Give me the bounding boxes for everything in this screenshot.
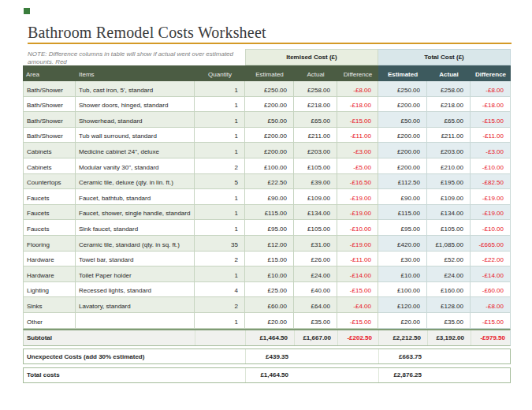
cell-t_act[interactable]: £35.00 [427,313,471,329]
cell-t_est[interactable]: £112.50 [378,174,427,190]
cell-i_est[interactable]: £95.00 [245,220,294,236]
cell-t_act[interactable]: £109.00 [427,189,471,205]
cell-area[interactable]: Countertops [23,174,76,190]
cell-t_diff[interactable]: -£10.00 [471,220,511,236]
cell-t_est[interactable]: £90.00 [378,189,427,205]
cell-i_est[interactable]: £22.50 [245,174,294,190]
cell-qty[interactable]: 1 [195,220,245,236]
cell-i_est[interactable]: £250.00 [245,81,294,97]
cell-i_diff[interactable]: -£15.00 [337,112,378,128]
cell-i_est[interactable]: £200.00 [245,97,294,113]
cell-area[interactable]: Cabinets [23,158,76,174]
cell-i_diff[interactable]: -£15.00 [337,313,378,329]
cell-t_diff[interactable]: -£18.00 [471,97,511,113]
cell-t_act[interactable]: £195.00 [427,174,471,190]
cell-t_diff[interactable]: -£19.00 [471,205,511,221]
cell-t_act[interactable]: £52.00 [427,252,471,267]
cell-qty[interactable]: 35 [195,236,245,252]
cell-t_est[interactable]: £95.00 [378,220,427,236]
cell-i_act[interactable]: £211.00 [294,128,337,144]
cell-area[interactable]: Hardware [23,252,76,267]
cell-i_act[interactable]: £64.00 [294,297,337,313]
cell-i_est[interactable]: £60.00 [245,297,294,313]
cell-t_act[interactable]: £1,085.00 [427,236,471,252]
cell-i_act[interactable]: £24.00 [294,266,337,282]
cell-t_act[interactable]: £211.00 [427,128,471,144]
cell-t_act[interactable]: £128.00 [427,297,471,313]
cell-item[interactable]: Ceramic tile, deluxe (qty. in lin. ft.) [76,174,195,190]
cell-t_diff[interactable]: -£22.00 [471,252,511,267]
subtotal-total-actual[interactable]: £3,192.00 [428,330,471,345]
cell-t_act[interactable]: £105.00 [427,220,471,236]
cell-qty[interactable]: 1 [195,81,245,97]
cell-i_diff[interactable]: -£19.00 [337,236,378,252]
cell-item[interactable]: Towel bar, standard [76,252,195,267]
cell-t_act[interactable]: £134.00 [427,205,471,221]
cell-area[interactable]: Other [23,313,76,329]
cell-t_diff[interactable]: -£3.00 [471,143,511,158]
cell-t_act[interactable]: £24.00 [427,266,471,282]
cell-area[interactable]: Faucets [23,205,76,221]
cell-area[interactable]: Lighting [23,282,76,298]
unexpected-costs-total-estimated[interactable]: £663.75 [379,349,428,363]
cell-i_diff[interactable]: -£19.00 [337,205,378,221]
cell-t_diff[interactable]: -£82.50 [471,174,511,190]
cell-t_diff[interactable]: -£665.00 [471,236,511,252]
cell-t_diff[interactable]: -£15.00 [471,112,511,128]
cell-t_act[interactable]: £210.00 [427,158,471,174]
cell-qty[interactable]: 1 [195,189,245,205]
cell-t_act[interactable]: £218.00 [427,97,471,113]
cell-item[interactable]: Toilet Paper holder [76,266,195,282]
cell-i_est[interactable]: £100.00 [245,158,294,174]
cell-t_act[interactable]: £203.00 [427,143,471,158]
cell-area[interactable]: Bath/Shower [23,97,76,113]
column-header-items[interactable]: Items [76,65,195,81]
cell-qty[interactable]: 2 [195,158,245,174]
subtotal-total-difference[interactable]: -£979.50 [471,330,512,345]
cell-area[interactable]: Faucets [23,189,76,205]
cell-item[interactable] [76,313,195,329]
cell-qty[interactable]: 4 [195,282,245,298]
cell-t_est[interactable]: £20.00 [378,313,427,329]
cell-i_est[interactable]: £200.00 [245,128,294,144]
cell-i_act[interactable]: £39.00 [294,174,337,190]
cell-i_diff[interactable]: -£11.00 [337,252,378,267]
cell-i_act[interactable]: £258.00 [294,81,337,97]
total-costs-total-empty[interactable] [428,368,512,382]
cell-i_diff[interactable]: -£10.00 [337,220,378,236]
cell-i_est[interactable]: £12.00 [245,236,294,252]
group-header-itemised-cost[interactable]: Itemised Cost (£) [245,49,378,65]
cell-i_est[interactable]: £10.00 [245,266,294,282]
cell-t_diff[interactable]: -£10.00 [471,158,511,174]
unexpected-costs-itemised-estimated[interactable]: £439.35 [246,349,295,363]
cell-item[interactable]: Tub wall surround, standard [76,128,195,144]
cell-qty[interactable]: 1 [195,112,245,128]
column-header-total-difference[interactable]: Difference [471,65,511,81]
cell-t_est[interactable]: £100.00 [378,282,427,298]
cell-item[interactable]: Recessed lights, standard [76,282,195,298]
cell-item[interactable]: Lavatory, standard [76,297,195,313]
cell-item[interactable]: Showerhead, standard [76,112,195,128]
cell-item[interactable]: Tub, cast iron, 5', standard [76,81,195,97]
cell-qty[interactable]: 1 [195,266,245,282]
cell-t_est[interactable]: £200.00 [378,97,427,113]
cell-i_act[interactable]: £40.00 [294,282,337,298]
cell-i_est[interactable]: £20.00 [245,313,294,329]
cell-i_diff[interactable]: -£4.00 [337,297,378,313]
column-header-itemised-estimated[interactable]: Estimated [245,65,294,81]
cell-t_est[interactable]: £30.00 [378,252,427,267]
cell-t_est[interactable]: £10.00 [378,266,427,282]
unexpected-costs-label[interactable]: Unexpected Costs (add 30% estimated) [24,349,246,363]
cell-t_est[interactable]: £200.00 [378,143,427,158]
subtotal-itemised-difference[interactable]: -£202.50 [338,330,379,345]
cell-i_diff[interactable]: -£16.50 [337,174,378,190]
cell-i_act[interactable]: £203.00 [294,143,337,158]
cell-t_est[interactable]: £250.00 [378,81,427,97]
column-header-total-actual[interactable]: Actual [427,65,471,81]
cell-item[interactable]: Sink faucet, standard [76,220,195,236]
total-costs-itemised-estimated[interactable]: £1,464.50 [246,368,295,382]
cell-i_act[interactable]: £109.00 [294,189,337,205]
cell-i_diff[interactable]: -£3.00 [337,143,378,158]
cell-i_est[interactable]: £115.00 [245,205,294,221]
cell-area[interactable]: Faucets [23,220,76,236]
